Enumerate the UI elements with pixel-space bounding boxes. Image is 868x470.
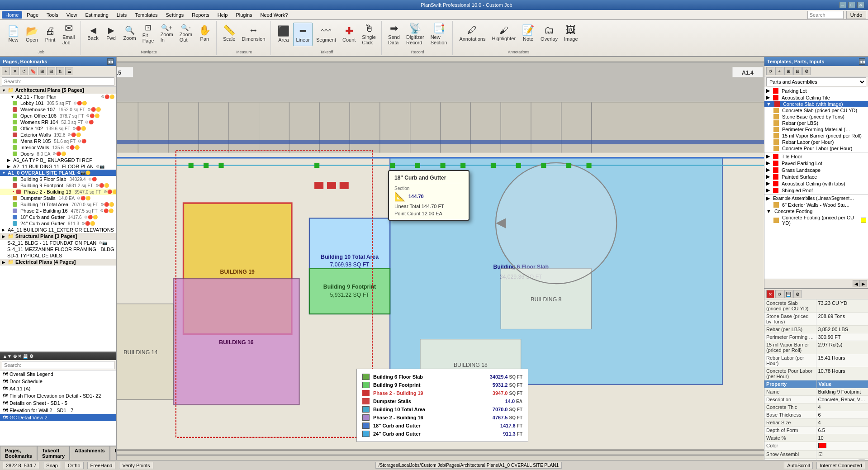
tree-item-a66a[interactable]: ▶ A6_6A TYP B_ ENLARGED TI RCP [0,157,116,163]
tab-attachments[interactable]: Attachments [70,446,110,460]
area-button[interactable]: ⬛ Area [275,23,292,46]
menu-item-lists[interactable]: Lists [113,11,131,19]
image-button[interactable]: 🖼 Image [561,22,581,45]
autoscroll-button[interactable]: AutoScroll [784,462,813,469]
scroll-right-btn[interactable]: ▶ [860,280,867,287]
list-item-door-schedule[interactable]: 🗺 Door Schedule [0,378,116,385]
rt-shingled[interactable]: ▶ Shingled Roof [764,187,868,194]
rt-grass[interactable]: ▶ Grass Landscape [764,166,868,173]
menu-item-estimating[interactable]: Estimating [81,11,112,19]
tree-item-lobby[interactable]: Lobby 101 305.5 sq FT ⚙🔴🟡 [0,100,116,106]
refresh-btn[interactable]: ↺ [20,67,28,75]
note-button[interactable]: 📝 Note [519,22,537,45]
templates-refresh-btn[interactable]: ↺ [766,67,774,75]
rt-parking[interactable]: ▶ Parking Lot [764,87,868,94]
dimension-button[interactable]: ↔ Dimension [239,22,268,45]
list-item-elevation-wall2[interactable]: 🗺 Elevation for Wall 2 - SD1 - 7 [0,407,116,414]
rt-acctile[interactable]: ▶ Acoustical Ceiling Tile [764,94,868,101]
expand-all-btn[interactable]: ⊞ [38,67,46,75]
fitpage-button[interactable]: ⊡ FitPage [140,22,157,45]
newsection-button[interactable]: 📑 NewSection [428,22,450,47]
tree-item-a211[interactable]: ▼ A2.11 - Floor Plan ⚙🔴🟡 [0,94,116,100]
ortho-button[interactable]: Ortho [65,462,84,469]
menu-item-needwork[interactable]: Need Work? [257,11,292,19]
tree-item-warehouse[interactable]: Warehouse 107 1952.0 sq FT ⚙🔴🟡 [0,106,116,113]
segment-button[interactable]: 〰 Segment [313,23,339,46]
tree-section-arch[interactable]: ▼ 📁 Architectural Plans [5 Pages] [0,87,116,94]
zoomin-button[interactable]: 🔍+ ZoomIn [158,22,176,45]
close-button[interactable]: ✕ [857,2,864,8]
remove-page-btn[interactable]: ✕ [11,67,19,75]
scroll-left-btn[interactable]: ◀ [853,280,860,287]
freehand-button[interactable]: FreeHand [87,462,116,469]
prop-delete-btn[interactable]: ✕ [766,290,774,298]
internet-status[interactable]: Internet Connected [816,462,865,469]
tree-item-phase2bldg16[interactable]: Phase 2 - Building 16 4767.5 sq FT ⚙🔴🟡 [0,208,116,214]
parts-dropdown[interactable]: Parts and Assemblies Templates Inputs [766,77,866,86]
zoomout-button[interactable]: 🔍- ZoomOut [177,22,195,45]
toolbar-search-input[interactable] [807,11,844,19]
forward-button[interactable]: ▶ Fwd [103,22,120,45]
tree-item-bldg6slab[interactable]: Building 6 Floor Slab 34029.4 ⚙🔴 [0,176,116,182]
rt-conpour[interactable]: Concrete Pour Labor (per Hour) [764,145,868,152]
templates-expand-btn[interactable]: ⊞ [784,67,792,75]
overlay-button[interactable]: 🗂 Overlay [538,22,560,45]
templates-collapse-tree-btn[interactable]: ⊟ [793,67,802,75]
rt-vapor[interactable]: 15 ml Vapor Barrier (priced per Roll) [764,133,868,139]
rt-conslab[interactable]: ▼ Concrete Slab (with image) [764,101,868,107]
tree-item-openoffice[interactable]: Open Office 106 378.7 sq FT ⚙🔴🟡 [0,113,116,119]
tree-item-sd1[interactable]: SD-1 TYPICAL DETAILS [0,252,116,259]
tree-item-a10[interactable]: ▼ A1_0 OVERALL SITE PLAN1 ⚙📷🟡 [0,170,116,176]
templates-collapse-btn[interactable]: ◀◀ [859,58,865,65]
digitizer-button[interactable]: 📡 DigitizerRecord [403,22,427,47]
prop-refresh-btn[interactable]: ↺ [775,290,783,298]
tab-pages-bookmarks[interactable]: Pages, Bookmarks [0,446,37,460]
tree-item-curb24[interactable]: 24" Curb and Gutter 911.3 ⚙🔴🟡 [0,220,116,227]
canvas-area[interactable]: A1.5 A1.4 [117,57,764,460]
menu-item-plugins[interactable]: Plugins [232,11,256,19]
minimize-button[interactable]: ─ [839,2,846,8]
rt-example[interactable]: ▶ Example Assemblies (Linear/Segment Tak… [764,195,868,202]
tree-item-extwall[interactable]: Exterior Walls 192.8 ⚙🔴🟡 [0,132,116,138]
list-item-details-sd1[interactable]: 🗺 Details on Sheet - SD1 - 5 [0,399,116,407]
list-item-gc-detail[interactable]: 🗺 GC Detail View 2 [0,414,116,421]
menu-item-settings[interactable]: Settings [162,11,188,19]
tree-item-dumpster[interactable]: Dumpster Stalls 14.0 EA ⚙🔴🟡 [0,195,116,201]
prop-settings-btn[interactable]: ⚙ [793,290,802,298]
count-button[interactable]: ✚ Count [340,23,358,46]
menu-item-page[interactable]: Page [23,11,42,19]
rt-acctabs[interactable]: ▶ Acoustical Ceiling (with tabs) [764,180,868,187]
sort-btn[interactable]: ⇅ [56,67,64,75]
menu-item-reports[interactable]: Reports [188,11,213,19]
tree-section-structural[interactable]: ▶ 📁 Structural Plans [3 Pages] [0,233,116,240]
rt-painted[interactable]: ▶ Painted Surface [764,173,868,180]
email-job-button[interactable]: ✉ EmailJob [60,22,78,47]
snap-button[interactable]: Snap [43,462,61,469]
menu-item-tools[interactable]: Tools [43,11,62,19]
back-button[interactable]: ◀ Back [85,22,102,45]
rt-rebarlabor[interactable]: Rebar Labor (per Hour) [764,139,868,145]
bottom-search-input[interactable] [2,361,114,369]
list-item-a411a[interactable]: 🗺 A4.11 (A) [0,385,116,392]
panel-collapse-btn[interactable]: ◀◀ [107,58,114,65]
tree-item-phase2bldg19[interactable]: • Phase 2 - Building 19 3947.0 sq FT ⚙🔴🟡 [0,189,116,195]
rt-concretefoot[interactable]: ▼ Concrete Footing [764,208,868,214]
tab-notes[interactable]: Notes [110,446,117,460]
tab-takeoff-summary[interactable]: Takeoff Summary [37,446,70,460]
bookmark-btn[interactable]: 🔖 [29,67,37,75]
tree-item-mensrr[interactable]: Mens RR 105 51.6 sq FT ⚙🔴 [0,138,116,144]
open-button[interactable]: 📂 Open [23,23,41,46]
rt-rebar[interactable]: Rebar (per LBS) [764,120,868,126]
senddata-button[interactable]: ➡ SendData [385,22,403,47]
add-page-btn[interactable]: + [2,67,10,75]
rt-concfootcu[interactable]: Concrete Footing (priced per CU YD) [764,214,868,226]
rt-conslabcu[interactable]: Concrete Slab (priced per CU YD) [764,107,868,114]
rt-ext6[interactable]: 6" Exterior Walls - Wood Studs - Insulat [764,202,868,208]
pages-search-input[interactable] [2,77,114,85]
print-button[interactable]: 🖨 Print [42,23,59,46]
templates-settings-btn[interactable]: ⚙ [802,67,811,75]
collapse-all-btn[interactable]: ⊟ [47,67,55,75]
tree-item-womensrr[interactable]: Womens RR 104 52.0 sq FT ⚙🔴 [0,119,116,125]
tree-item-a211bldg[interactable]: ▶ A2_11 BUILDING 11_FLOOR PLAN ⚙📷 [0,163,116,170]
menu-item-templates[interactable]: Templates [131,11,161,19]
